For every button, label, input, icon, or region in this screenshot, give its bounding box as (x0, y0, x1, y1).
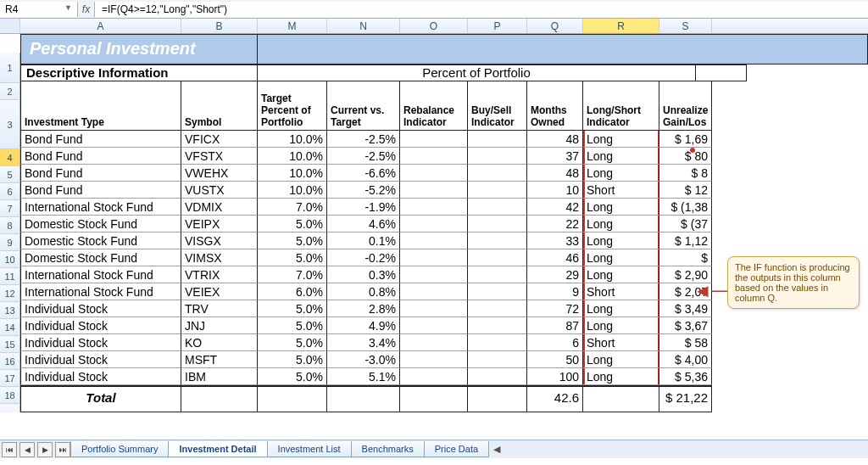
cell-bs[interactable] (468, 216, 527, 232)
cell-sym[interactable]: VEIEX (181, 283, 258, 300)
cell-bs[interactable] (468, 317, 527, 334)
cell-tgt[interactable]: 7.0% (258, 266, 327, 283)
cell-bs[interactable] (468, 334, 527, 351)
cell-cur[interactable]: -1.9% (327, 199, 400, 216)
cell-ls[interactable]: Long (583, 351, 659, 368)
cell-gl[interactable]: $ 5,36 (659, 368, 712, 385)
cell-sym[interactable]: VFICX (181, 131, 258, 148)
cell-mo[interactable]: 22 (527, 216, 583, 232)
cell-cur[interactable]: 0.8% (327, 283, 400, 300)
cell-cur[interactable]: 4.9% (327, 317, 400, 334)
cell-tgt[interactable]: 10.0% (258, 148, 327, 165)
row-header-8[interactable]: 8 (0, 217, 20, 234)
cell-sym[interactable]: VISGX (181, 232, 258, 249)
cell-sym[interactable]: JNJ (181, 317, 258, 334)
cell-bs[interactable] (468, 148, 527, 165)
col-header-R[interactable]: R (583, 19, 659, 33)
cell-bs[interactable] (468, 283, 527, 300)
cell-type[interactable]: International Stock Fund (20, 199, 181, 216)
row-header-11[interactable]: 11 (0, 268, 20, 285)
cell-mo[interactable]: 50 (527, 351, 583, 368)
cell-reb[interactable] (400, 334, 468, 351)
cell-reb[interactable] (400, 368, 468, 385)
cell-sym[interactable]: MSFT (181, 351, 258, 368)
cell-sym[interactable]: VFSTX (181, 148, 258, 165)
cell-ls[interactable]: Long (583, 216, 659, 232)
cell-bs[interactable] (468, 182, 527, 199)
col-header-Q[interactable]: Q (527, 19, 583, 33)
cell-tgt[interactable]: 5.0% (258, 249, 327, 266)
cell-reb[interactable] (400, 351, 468, 368)
cell-gl[interactable]: $ 58 (659, 334, 712, 351)
row-header-2[interactable]: 2 (0, 83, 20, 100)
cell-ls[interactable]: Short (583, 283, 659, 300)
cell-sym[interactable]: VTRIX (181, 266, 258, 283)
cell-gl[interactable]: $ 80 (659, 148, 712, 165)
cell-mo[interactable]: 48 (527, 131, 583, 148)
cell-bs[interactable] (468, 232, 527, 249)
cell-type[interactable]: Domestic Stock Fund (20, 232, 181, 249)
cell-type[interactable]: Individual Stock (20, 317, 181, 334)
row-header-18[interactable]: 18 (0, 387, 20, 404)
cell-gl[interactable]: $ 1,12 (659, 232, 712, 249)
fx-icon[interactable]: fx (78, 2, 95, 17)
cell-sym[interactable]: VEIPX (181, 216, 258, 232)
cell-ls[interactable]: Long (583, 249, 659, 266)
cell-gl[interactable]: $ 4,00 (659, 351, 712, 368)
row-header-3[interactable]: 3 (0, 100, 20, 149)
row-header-9[interactable]: 9 (0, 234, 20, 251)
row-header-17[interactable]: 17 (0, 370, 20, 387)
cell-type[interactable]: Bond Fund (20, 131, 181, 148)
cell-bs[interactable] (468, 199, 527, 216)
row-header-15[interactable]: 15 (0, 336, 20, 353)
cell-sym[interactable]: VDMIX (181, 199, 258, 216)
cell-reb[interactable] (400, 165, 468, 182)
cell-tgt[interactable]: 5.0% (258, 216, 327, 232)
row-header-1[interactable]: 1 (0, 53, 20, 83)
cell-type[interactable]: Bond Fund (20, 182, 181, 199)
cell-cur[interactable]: -0.2% (327, 249, 400, 266)
col-header-B[interactable]: B (181, 19, 258, 33)
cell-tgt[interactable]: 10.0% (258, 165, 327, 182)
cell-ls[interactable]: Long (583, 368, 659, 385)
cell-type[interactable]: Individual Stock (20, 300, 181, 317)
cell-type[interactable]: Individual Stock (20, 334, 181, 351)
cell-gl[interactable]: $ (659, 249, 712, 266)
cell-sym[interactable]: KO (181, 334, 258, 351)
cell-tgt[interactable]: 6.0% (258, 283, 327, 300)
cell-ls[interactable]: Long (583, 131, 659, 148)
col-header-P[interactable]: P (468, 19, 527, 33)
cell-reb[interactable] (400, 131, 468, 148)
cell-cur[interactable]: 4.6% (327, 216, 400, 232)
cell-sym[interactable]: IBM (181, 368, 258, 385)
row-header-16[interactable]: 16 (0, 353, 20, 370)
cell-type[interactable]: Domestic Stock Fund (20, 216, 181, 232)
cell-gl[interactable]: $ 3,67 (659, 317, 712, 334)
cell-bs[interactable] (468, 165, 527, 182)
cell-mo[interactable]: 37 (527, 148, 583, 165)
row-header-13[interactable]: 13 (0, 302, 20, 319)
cell-bs[interactable] (468, 131, 527, 148)
cell-type[interactable]: International Stock Fund (20, 266, 181, 283)
cell-ls[interactable]: Long (583, 148, 659, 165)
cell-sym[interactable]: VIMSX (181, 249, 258, 266)
cell-cur[interactable]: 3.4% (327, 334, 400, 351)
cell-type[interactable]: Bond Fund (20, 148, 181, 165)
cell-ls[interactable]: Long (583, 300, 659, 317)
select-all-corner[interactable] (0, 19, 20, 33)
cell-ls[interactable]: Long (583, 199, 659, 216)
cell-type[interactable]: Bond Fund (20, 165, 181, 182)
cell-reb[interactable] (400, 182, 468, 199)
cell-tgt[interactable]: 5.0% (258, 368, 327, 385)
col-header-S[interactable]: S (659, 19, 712, 33)
cell-reb[interactable] (400, 283, 468, 300)
cell-reb[interactable] (400, 232, 468, 249)
row-header-6[interactable]: 6 (0, 183, 20, 200)
cell-tgt[interactable]: 5.0% (258, 334, 327, 351)
cell-ls[interactable]: Short (583, 182, 659, 199)
row-header-7[interactable]: 7 (0, 200, 20, 217)
cell-cur[interactable]: -3.0% (327, 351, 400, 368)
cell-mo[interactable]: 46 (527, 249, 583, 266)
cell-cur[interactable]: 0.1% (327, 232, 400, 249)
cell-gl[interactable]: $ 12 (659, 182, 712, 199)
